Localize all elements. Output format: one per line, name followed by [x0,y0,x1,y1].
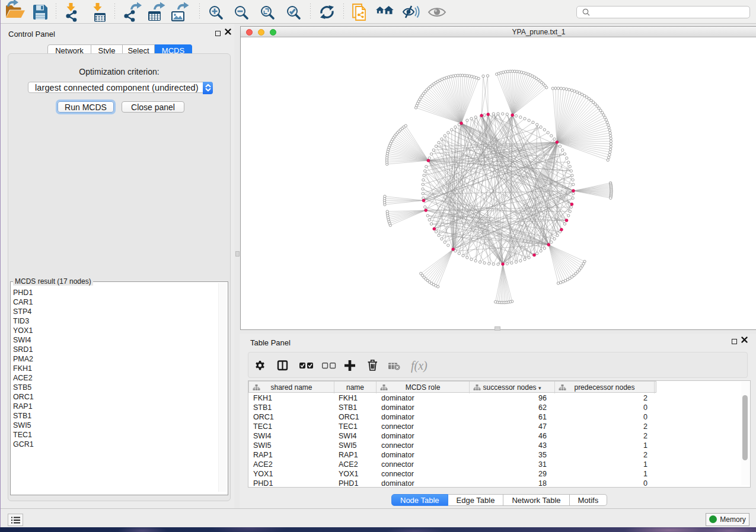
svg-text:f(x): f(x) [411,359,428,373]
